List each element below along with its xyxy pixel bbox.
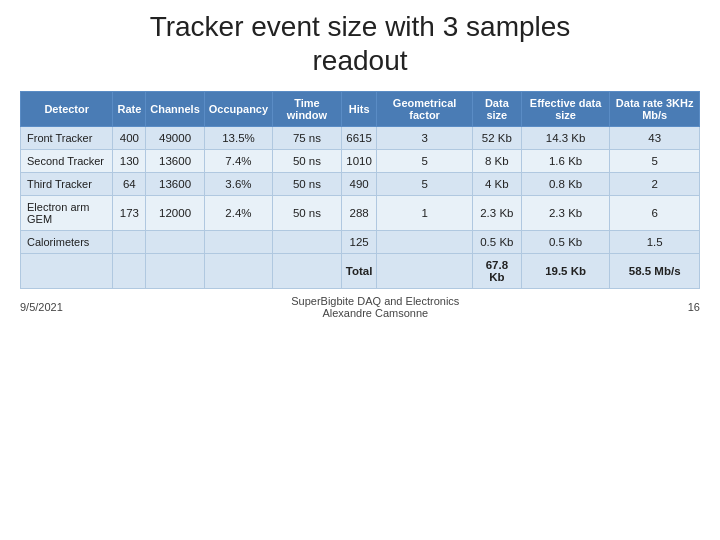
cell-rate: 130 bbox=[113, 150, 146, 173]
cell-detector: Electron arm GEM bbox=[21, 196, 113, 231]
cell-time_window bbox=[273, 254, 342, 289]
cell-detector: Third Tracker bbox=[21, 173, 113, 196]
col-header-channels: Channels bbox=[146, 92, 205, 127]
table-row: Second Tracker130136007.4%50 ns101058 Kb… bbox=[21, 150, 700, 173]
page: Tracker event size with 3 samples readou… bbox=[0, 0, 720, 540]
cell-data_size: 4 Kb bbox=[472, 173, 521, 196]
cell-detector: Calorimeters bbox=[21, 231, 113, 254]
cell-data_size: 52 Kb bbox=[472, 127, 521, 150]
cell-detector bbox=[21, 254, 113, 289]
cell-occupancy: 7.4% bbox=[204, 150, 272, 173]
cell-rate bbox=[113, 231, 146, 254]
table-row: Third Tracker64136003.6%50 ns49054 Kb0.8… bbox=[21, 173, 700, 196]
col-header-hits: Hits bbox=[341, 92, 377, 127]
data-table: Detector Rate Channels Occupancy Time wi… bbox=[20, 91, 700, 289]
cell-geo_factor: 1 bbox=[377, 196, 472, 231]
cell-rate bbox=[113, 254, 146, 289]
cell-eff_data_size: 19.5 Kb bbox=[521, 254, 609, 289]
cell-rate: 64 bbox=[113, 173, 146, 196]
cell-time_window: 50 ns bbox=[273, 173, 342, 196]
cell-data_size: 2.3 Kb bbox=[472, 196, 521, 231]
cell-detector: Second Tracker bbox=[21, 150, 113, 173]
cell-geo_factor: 5 bbox=[377, 150, 472, 173]
cell-channels: 49000 bbox=[146, 127, 205, 150]
cell-eff_data_size: 1.6 Kb bbox=[521, 150, 609, 173]
cell-channels: 13600 bbox=[146, 173, 205, 196]
cell-occupancy: 2.4% bbox=[204, 196, 272, 231]
cell-data_rate: 5 bbox=[610, 150, 700, 173]
col-header-data-size: Data size bbox=[472, 92, 521, 127]
cell-data_size: 67.8 Kb bbox=[472, 254, 521, 289]
cell-time_window bbox=[273, 231, 342, 254]
table-header-row: Detector Rate Channels Occupancy Time wi… bbox=[21, 92, 700, 127]
col-header-time-window: Time window bbox=[273, 92, 342, 127]
cell-time_window: 50 ns bbox=[273, 150, 342, 173]
footer-center: SuperBigbite DAQ and ElectronicsAlexandr… bbox=[63, 295, 688, 319]
cell-data_rate: 1.5 bbox=[610, 231, 700, 254]
cell-eff_data_size: 14.3 Kb bbox=[521, 127, 609, 150]
cell-eff_data_size: 2.3 Kb bbox=[521, 196, 609, 231]
cell-data_rate: 43 bbox=[610, 127, 700, 150]
cell-occupancy: 13.5% bbox=[204, 127, 272, 150]
cell-channels bbox=[146, 231, 205, 254]
col-header-detector: Detector bbox=[21, 92, 113, 127]
cell-channels: 12000 bbox=[146, 196, 205, 231]
footer-page: 16 bbox=[688, 301, 700, 313]
cell-data_rate: 58.5 Mb/s bbox=[610, 254, 700, 289]
cell-geo_factor: 5 bbox=[377, 173, 472, 196]
cell-detector: Front Tracker bbox=[21, 127, 113, 150]
cell-eff_data_size: 0.5 Kb bbox=[521, 231, 609, 254]
cell-occupancy: 3.6% bbox=[204, 173, 272, 196]
cell-geo_factor bbox=[377, 231, 472, 254]
cell-hits: 6615 bbox=[341, 127, 377, 150]
col-header-occupancy: Occupancy bbox=[204, 92, 272, 127]
cell-hits: 288 bbox=[341, 196, 377, 231]
cell-channels bbox=[146, 254, 205, 289]
cell-data_rate: 2 bbox=[610, 173, 700, 196]
col-header-rate: Rate bbox=[113, 92, 146, 127]
table-row: Front Tracker4004900013.5%75 ns6615352 K… bbox=[21, 127, 700, 150]
col-header-data-rate: Data rate 3KHz Mb/s bbox=[610, 92, 700, 127]
cell-occupancy bbox=[204, 254, 272, 289]
cell-occupancy bbox=[204, 231, 272, 254]
cell-data_rate: 6 bbox=[610, 196, 700, 231]
cell-channels: 13600 bbox=[146, 150, 205, 173]
table-row: Electron arm GEM173120002.4%50 ns28812.3… bbox=[21, 196, 700, 231]
footer: 9/5/2021 SuperBigbite DAQ and Electronic… bbox=[20, 295, 700, 319]
table-row: Total67.8 Kb19.5 Kb58.5 Mb/s bbox=[21, 254, 700, 289]
cell-geo_factor: 3 bbox=[377, 127, 472, 150]
cell-hits: Total bbox=[341, 254, 377, 289]
cell-time_window: 75 ns bbox=[273, 127, 342, 150]
cell-rate: 400 bbox=[113, 127, 146, 150]
page-title: Tracker event size with 3 samples readou… bbox=[20, 10, 700, 77]
cell-time_window: 50 ns bbox=[273, 196, 342, 231]
col-header-geo-factor: Geometrical factor bbox=[377, 92, 472, 127]
footer-date: 9/5/2021 bbox=[20, 301, 63, 313]
cell-geo_factor bbox=[377, 254, 472, 289]
cell-hits: 1010 bbox=[341, 150, 377, 173]
cell-eff_data_size: 0.8 Kb bbox=[521, 173, 609, 196]
table-row: Calorimeters1250.5 Kb0.5 Kb1.5 bbox=[21, 231, 700, 254]
cell-hits: 490 bbox=[341, 173, 377, 196]
cell-hits: 125 bbox=[341, 231, 377, 254]
cell-data_size: 0.5 Kb bbox=[472, 231, 521, 254]
cell-rate: 173 bbox=[113, 196, 146, 231]
cell-data_size: 8 Kb bbox=[472, 150, 521, 173]
col-header-eff-data-size: Effective data size bbox=[521, 92, 609, 127]
